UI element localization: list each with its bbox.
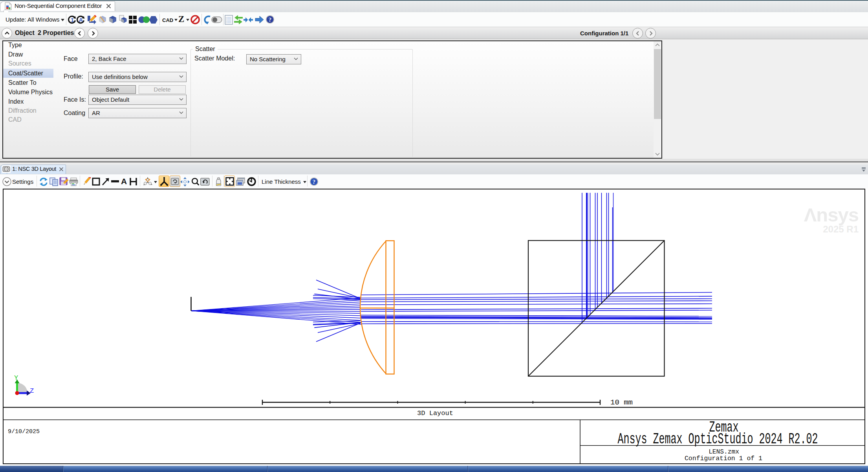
svg-text:3D Layout: 3D Layout (417, 410, 453, 417)
svg-text:1: 1 (71, 16, 74, 23)
svg-text:A: A (79, 16, 83, 23)
svg-text:10 mm: 10 mm (610, 398, 633, 407)
svg-text:Y: Y (14, 374, 18, 382)
svg-text:Λnsys: Λnsys (804, 204, 859, 225)
svg-text:?: ? (269, 16, 272, 23)
svg-text:?: ? (313, 179, 316, 185)
svg-text:9/10/2025: 9/10/2025 (8, 428, 40, 435)
svg-text:2025 R1: 2025 R1 (823, 224, 859, 234)
svg-text:Ansys Zemax OpticStudio 2024 R: Ansys Zemax OpticStudio 2024 R2.02 (618, 430, 818, 448)
svg-text:Configuration 1 of 1: Configuration 1 of 1 (685, 455, 762, 462)
svg-text:Z: Z (30, 387, 34, 395)
